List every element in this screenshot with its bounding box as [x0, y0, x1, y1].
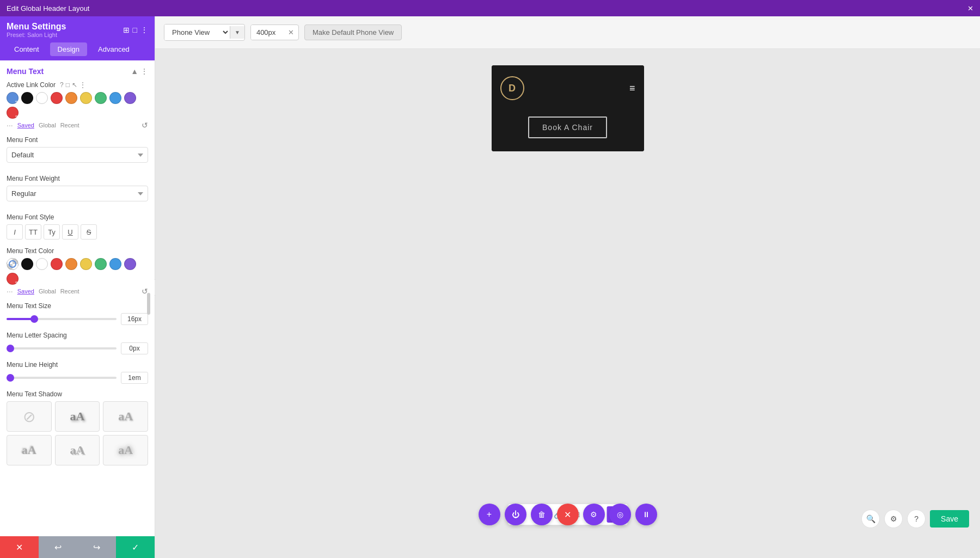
menu-text-color-tab-recent[interactable]: Recent: [60, 288, 79, 295]
shadow-option-none[interactable]: ⊘: [7, 401, 52, 432]
menu-line-height-thumb[interactable]: [7, 374, 14, 382]
menu-line-height-input[interactable]: [121, 372, 148, 384]
menu-font-group: Menu Font Default: [7, 136, 148, 169]
sidebar-icon-window[interactable]: □: [133, 26, 137, 34]
color-swatch-blue[interactable]: [109, 92, 121, 104]
menu-letter-spacing-thumb[interactable]: [7, 345, 14, 352]
menu-line-height-track[interactable]: [7, 377, 117, 379]
sidebar-header-icons: ⊞ □ ⋮: [123, 26, 148, 34]
canvas-content: D ≡ Book A Chair: [155, 49, 980, 558]
action-add[interactable]: +: [479, 504, 500, 525]
view-select[interactable]: Phone View Tablet View Desktop View: [164, 24, 230, 40]
menu-text-swatch-blue[interactable]: [109, 258, 121, 270]
color-swatch-purple[interactable]: [124, 92, 136, 104]
tab-content[interactable]: Content: [7, 42, 47, 56]
menu-text-swatch-white[interactable]: [36, 258, 48, 270]
redo-button[interactable]: ↪: [77, 536, 116, 558]
color-swatch-orange[interactable]: [65, 92, 77, 104]
action-close[interactable]: ✕: [557, 504, 579, 525]
color-reset-icon[interactable]: ↺: [142, 121, 148, 130]
font-style-underline[interactable]: U: [62, 224, 78, 240]
color-swatch-red-pencil[interactable]: ✏: [7, 107, 19, 119]
menu-text-swatch-yellow[interactable]: [80, 258, 92, 270]
menu-line-height-group: Menu Line Height: [7, 361, 148, 384]
menu-text-color-dots[interactable]: ···: [7, 287, 13, 296]
menu-text-swatch-purple[interactable]: [124, 258, 136, 270]
menu-text-color-tab-global[interactable]: Global: [39, 288, 56, 295]
font-style-capitalize[interactable]: Ty: [44, 224, 60, 240]
close-icon[interactable]: ✕: [967, 4, 973, 13]
color-tab-global[interactable]: Global: [39, 122, 56, 128]
menu-font-weight-select[interactable]: Regular: [7, 186, 148, 201]
font-style-uppercase[interactable]: TT: [25, 224, 41, 240]
menu-text-size-fill: [7, 318, 34, 320]
undo-icon: ↩: [54, 542, 62, 553]
action-pause[interactable]: ⏸: [635, 504, 657, 525]
right-actions: 🔍 ⚙ ? Save: [861, 510, 969, 528]
menu-text-size-thumb[interactable]: [30, 315, 38, 323]
font-style-italic[interactable]: I: [7, 224, 23, 240]
action-delete[interactable]: 🗑: [531, 504, 553, 525]
menu-text-swatch-black[interactable]: [21, 258, 33, 270]
make-default-button[interactable]: Make Default Phone View: [304, 24, 402, 40]
color-swatch-green[interactable]: [95, 92, 107, 104]
color-swatch-pencil[interactable]: ✏: [7, 92, 19, 104]
help-button[interactable]: ?: [907, 510, 926, 528]
color-tab-saved[interactable]: Saved: [17, 122, 34, 128]
color-swatch-red[interactable]: [51, 92, 63, 104]
menu-letter-spacing-input[interactable]: [121, 342, 148, 354]
menu-letter-spacing-label: Menu Letter Spacing: [7, 332, 148, 339]
menu-font-select[interactable]: Default: [7, 147, 148, 163]
menu-text-swatch-orange[interactable]: [65, 258, 77, 270]
sidebar-icon-grid[interactable]: ⊞: [123, 26, 130, 34]
shadow-option-3[interactable]: aA: [7, 435, 52, 465]
collapse-icon[interactable]: ▲: [131, 67, 138, 76]
color-tab-recent[interactable]: Recent: [60, 122, 79, 128]
shadow-option-1[interactable]: aA: [55, 401, 100, 432]
save-button[interactable]: Save: [930, 510, 969, 528]
menu-text-size-input[interactable]: [121, 313, 148, 325]
menu-letter-spacing-track[interactable]: [7, 347, 117, 349]
settings-button[interactable]: ⚙: [884, 510, 903, 528]
width-input-clear[interactable]: ✕: [284, 25, 298, 40]
color-swatch-yellow[interactable]: [80, 92, 92, 104]
action-buttons-row: + ⏻ 🗑 ✕ ⚙ ◎ ⏸: [479, 504, 657, 525]
undo-button[interactable]: ↩: [39, 536, 77, 558]
shadow-option-2[interactable]: aA: [103, 401, 148, 432]
close-icon: ✕: [16, 542, 23, 553]
menu-text-size-label: Menu Text Size: [7, 302, 148, 310]
menu-text-swatch-green[interactable]: [95, 258, 107, 270]
color-swatch-white[interactable]: [36, 92, 48, 104]
device-icon[interactable]: □: [66, 81, 70, 89]
close-button[interactable]: ✕: [0, 536, 39, 558]
tab-design[interactable]: Design: [50, 42, 87, 56]
hamburger-icon[interactable]: ≡: [629, 83, 635, 94]
menu-text-size-track[interactable]: [7, 318, 117, 320]
menu-font-label: Menu Font: [7, 136, 148, 144]
cursor-icon[interactable]: ↖: [72, 81, 77, 89]
help-icon[interactable]: ?: [60, 81, 64, 89]
cta-button[interactable]: Book A Chair: [528, 116, 607, 138]
tab-advanced[interactable]: Advanced: [90, 42, 137, 56]
resize-handle-left[interactable]: [147, 293, 150, 315]
shadow-option-5[interactable]: aA: [103, 435, 148, 465]
redo-icon: ↪: [93, 542, 100, 553]
menu-text-swatch-transparent[interactable]: [7, 258, 19, 270]
width-input[interactable]: [251, 25, 284, 40]
color-dots[interactable]: ···: [7, 121, 13, 130]
menu-text-color-tab-saved[interactable]: Saved: [17, 288, 34, 295]
menu-text-color-label: Menu Text Color: [7, 247, 148, 255]
confirm-button[interactable]: ✓: [116, 536, 155, 558]
action-target[interactable]: ◎: [609, 504, 631, 525]
menu-text-swatch-red[interactable]: [51, 258, 63, 270]
search-button[interactable]: 🔍: [861, 510, 880, 528]
menu-text-swatch-red2[interactable]: ✏: [7, 273, 19, 285]
sidebar-icon-more[interactable]: ⋮: [140, 26, 148, 34]
color-swatch-black[interactable]: [21, 92, 33, 104]
action-power[interactable]: ⏻: [505, 504, 526, 525]
action-settings[interactable]: ⚙: [583, 504, 605, 525]
shadow-option-4[interactable]: aA: [55, 435, 100, 465]
section-more-icon[interactable]: ⋮: [140, 67, 148, 76]
more-icon[interactable]: ⋮: [79, 81, 86, 89]
font-style-strikethrough[interactable]: S: [81, 224, 97, 240]
